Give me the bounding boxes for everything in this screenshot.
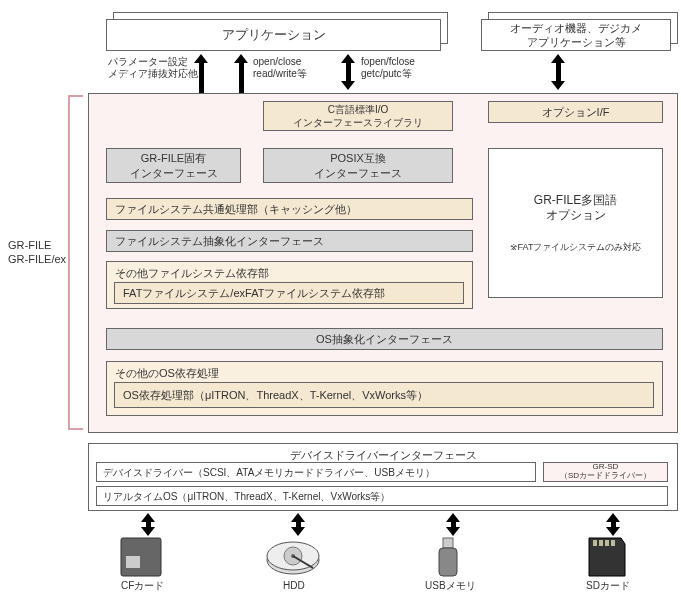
osdep-box: OS依存処理部（μITRON、ThreadX、T-Kernel、VxWorks等… [114,382,654,408]
arrow-usb [446,513,460,536]
usb-icon [431,536,465,578]
api-label-fopen: fopen/fclose getc/putc等 [361,56,415,80]
svg-rect-9 [593,540,597,546]
fs-abstract-box: ファイルシステム抽象化インターフェース [106,230,473,252]
svg-rect-1 [126,556,140,568]
option-if-box: オプションI/F [488,101,663,123]
multilang-box: GR-FILE多国語 オプション ※FATファイルシステムのみ対応 [488,148,663,298]
multilang-note: ※FATファイルシステムのみ対応 [510,242,642,254]
arrow-sd [606,513,620,536]
posix-box: POSIX互換 インターフェース [263,148,453,183]
otherfs-label: その他ファイルシステム依存部 [115,266,269,280]
grsd-box: GR-SD （SDカードドライバー） [543,462,668,482]
svg-rect-10 [599,540,603,546]
side-label: GR-FILE GR-FILE/ex [8,238,66,267]
cf-label: CFカード [121,580,164,592]
multilang-title: GR-FILE多国語 オプション [534,193,617,224]
rtos-box: リアルタイムOS（μITRON、ThreadX、T-Kernel、VxWorks… [96,486,668,506]
hdd-icon [263,536,323,578]
ddi-label: デバイスドライバーインターフェース [290,448,477,462]
sd-icon [583,536,631,578]
arrow-cf [141,513,155,536]
cf-card-icon [116,536,166,578]
cache-box: ファイルシステム共通処理部（キャッシング他） [106,198,473,220]
grfile-if-box: GR-FILE固有 インターフェース [106,148,241,183]
svg-rect-8 [439,548,457,576]
arrow-hdd [291,513,305,536]
os-abstract-box: OS抽象化インターフェース [106,328,663,350]
clib-box: C言語標準I/O インターフェースライブラリ [263,101,453,131]
usb-label: USBメモリ [425,580,476,592]
arrow-fopen [341,54,355,90]
arrow-audio [551,54,565,90]
otheros-label: その他のOS依存処理 [115,366,219,380]
api-label-open: open/close read/write等 [253,56,307,80]
app-box: アプリケーション [106,19,441,51]
architecture-diagram: アプリケーション オーディオ機器、デジカメ アプリケーション等 パラメーター設定… [8,8,673,592]
fatfs-box: FATファイルシステム/exFATファイルシステム依存部 [114,282,464,304]
svg-rect-12 [611,540,615,546]
audio-box: オーディオ機器、デジカメ アプリケーション等 [481,19,671,51]
svg-rect-11 [605,540,609,546]
hdd-label: HDD [283,580,305,592]
svg-rect-7 [443,538,453,548]
dd-box: デバイスドライバー（SCSI、ATAメモリカードドライバー、USBメモリ） [96,462,536,482]
sd-label: SDカード [586,580,630,592]
api-label-param: パラメーター設定 メディア挿抜対応他 [108,56,198,80]
side-bracket [68,95,83,430]
